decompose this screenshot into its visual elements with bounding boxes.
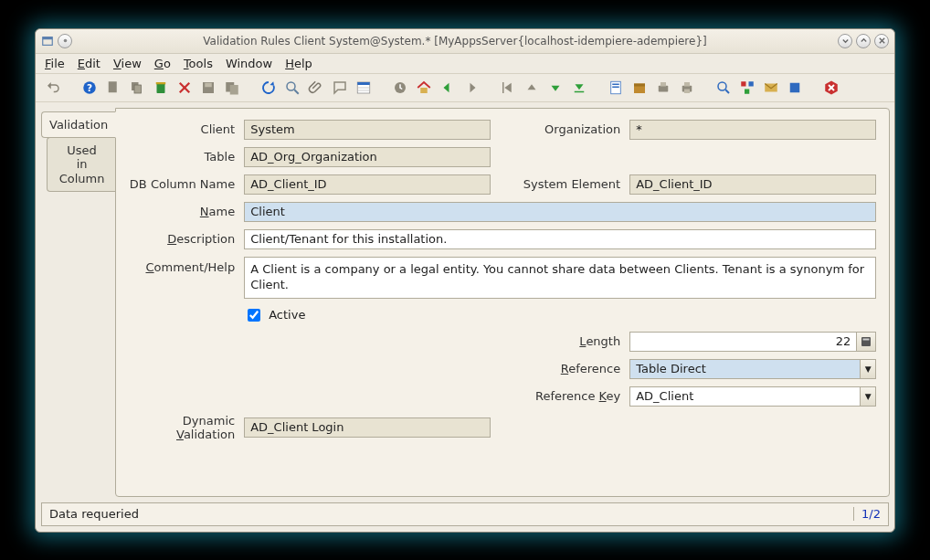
svg-rect-37 bbox=[684, 89, 690, 93]
menu-edit[interactable]: Edit bbox=[78, 57, 100, 70]
window-pin-button[interactable] bbox=[58, 34, 72, 48]
svg-rect-32 bbox=[634, 83, 645, 86]
archive-icon[interactable] bbox=[629, 78, 650, 98]
chat-icon[interactable] bbox=[330, 78, 350, 98]
menu-bar: File Edit View Go Tools Window Help bbox=[36, 54, 894, 74]
active-label: Active bbox=[269, 308, 305, 322]
app-icon bbox=[41, 35, 54, 48]
svg-rect-25 bbox=[420, 88, 428, 93]
delete-icon[interactable] bbox=[151, 78, 171, 98]
menu-file[interactable]: File bbox=[45, 57, 65, 70]
organization-label: Organization bbox=[496, 122, 624, 136]
refkey-label: Reference Key bbox=[496, 389, 624, 403]
product-info-icon[interactable] bbox=[785, 78, 805, 98]
refkey-dropdown-button[interactable]: ▼ bbox=[860, 386, 876, 407]
dynval-field[interactable]: AD_Client Login bbox=[244, 417, 491, 438]
zoom-across-icon[interactable] bbox=[713, 78, 734, 98]
home-icon[interactable] bbox=[414, 78, 434, 98]
print-icon[interactable] bbox=[677, 78, 697, 98]
svg-text:?: ? bbox=[87, 81, 92, 92]
dynval-label: Dynamic Validation bbox=[129, 414, 238, 441]
menu-tools[interactable]: Tools bbox=[184, 57, 213, 70]
tab-validation[interactable]: Validation bbox=[41, 111, 116, 138]
tab-strip: Validation Used in Column bbox=[41, 108, 116, 497]
status-message: Data requeried bbox=[49, 507, 139, 521]
comment-field[interactable]: A Client is a company or a legal entity.… bbox=[244, 257, 876, 299]
undo-icon[interactable] bbox=[43, 78, 63, 98]
length-label: Length bbox=[496, 334, 624, 348]
toolbar: ? bbox=[36, 74, 894, 102]
request-icon[interactable] bbox=[761, 78, 781, 98]
refkey-field[interactable]: AD_Client bbox=[629, 386, 860, 407]
syselem-field[interactable]: AD_Client_ID bbox=[629, 174, 876, 195]
menu-help[interactable]: Help bbox=[285, 57, 312, 70]
record-position: 1/2 bbox=[853, 507, 881, 521]
svg-rect-49 bbox=[863, 338, 870, 340]
save-icon[interactable] bbox=[198, 78, 218, 98]
help-icon[interactable]: ? bbox=[79, 78, 100, 98]
next-icon[interactable] bbox=[545, 78, 565, 98]
dbcol-label: DB Column Name bbox=[129, 177, 238, 191]
toggle-grid-icon[interactable] bbox=[354, 78, 374, 98]
svg-rect-30 bbox=[612, 86, 619, 88]
forward-icon[interactable] bbox=[461, 78, 481, 98]
close-button[interactable] bbox=[874, 34, 889, 48]
previous-icon[interactable] bbox=[522, 78, 542, 98]
svg-rect-29 bbox=[612, 83, 619, 85]
menu-go[interactable]: Go bbox=[154, 57, 171, 70]
history-icon[interactable] bbox=[390, 78, 410, 98]
new-icon[interactable] bbox=[103, 78, 123, 98]
svg-rect-21 bbox=[357, 82, 370, 85]
menu-window[interactable]: Window bbox=[226, 57, 272, 70]
workflow-icon[interactable] bbox=[737, 78, 757, 98]
client-label: Client bbox=[129, 122, 238, 136]
svg-line-19 bbox=[294, 90, 299, 94]
delete-selection-icon[interactable] bbox=[174, 78, 195, 98]
attachment-icon[interactable] bbox=[306, 78, 326, 98]
menu-view[interactable]: View bbox=[113, 57, 142, 70]
active-checkbox[interactable] bbox=[248, 309, 260, 322]
organization-field[interactable]: * bbox=[629, 120, 876, 140]
svg-point-2 bbox=[63, 39, 67, 43]
svg-line-39 bbox=[725, 90, 729, 93]
reference-label: Reference bbox=[496, 362, 624, 375]
length-field[interactable]: 22 bbox=[629, 332, 856, 352]
length-calc-button[interactable] bbox=[856, 332, 876, 352]
svg-rect-36 bbox=[684, 82, 690, 87]
description-field[interactable]: Client/Tenant for this installation. bbox=[244, 229, 876, 249]
exit-icon[interactable] bbox=[821, 78, 841, 98]
comment-label: Comment/Help bbox=[129, 257, 238, 274]
report-icon[interactable] bbox=[606, 78, 626, 98]
save-create-icon[interactable] bbox=[222, 78, 242, 98]
print-preview-icon[interactable] bbox=[653, 78, 673, 98]
svg-point-18 bbox=[287, 82, 295, 90]
svg-rect-1 bbox=[43, 37, 53, 39]
app-window: Validation Rules Client System@System.* … bbox=[35, 28, 895, 533]
find-icon[interactable] bbox=[282, 78, 302, 98]
svg-rect-41 bbox=[749, 81, 754, 86]
name-field[interactable]: Client bbox=[244, 202, 876, 222]
title-bar: Validation Rules Client System@System.* … bbox=[36, 29, 894, 54]
svg-rect-27 bbox=[575, 90, 585, 92]
reference-field[interactable]: Table Direct bbox=[629, 359, 860, 379]
minimize-button[interactable] bbox=[838, 34, 852, 48]
client-field[interactable]: System bbox=[244, 120, 491, 140]
tab-used-in-column[interactable]: Used in Column bbox=[47, 137, 116, 193]
dbcol-field[interactable]: AD_Client_ID bbox=[244, 174, 491, 195]
tab-used-in-column-l2: in Column bbox=[59, 157, 105, 185]
svg-rect-10 bbox=[157, 83, 165, 93]
syselem-label: System Element bbox=[496, 177, 624, 191]
svg-rect-9 bbox=[134, 85, 142, 93]
refresh-icon[interactable] bbox=[259, 78, 279, 98]
last-icon[interactable] bbox=[569, 78, 589, 98]
svg-point-38 bbox=[718, 82, 726, 90]
svg-rect-34 bbox=[661, 82, 666, 87]
reference-dropdown-button[interactable]: ▼ bbox=[860, 359, 876, 379]
table-field[interactable]: AD_Org_Organization bbox=[244, 147, 491, 167]
svg-rect-42 bbox=[745, 89, 749, 93]
back-icon[interactable] bbox=[438, 78, 458, 98]
copy-icon[interactable] bbox=[127, 78, 147, 98]
first-icon[interactable] bbox=[498, 78, 518, 98]
maximize-button[interactable] bbox=[856, 34, 871, 48]
svg-rect-40 bbox=[741, 81, 745, 86]
